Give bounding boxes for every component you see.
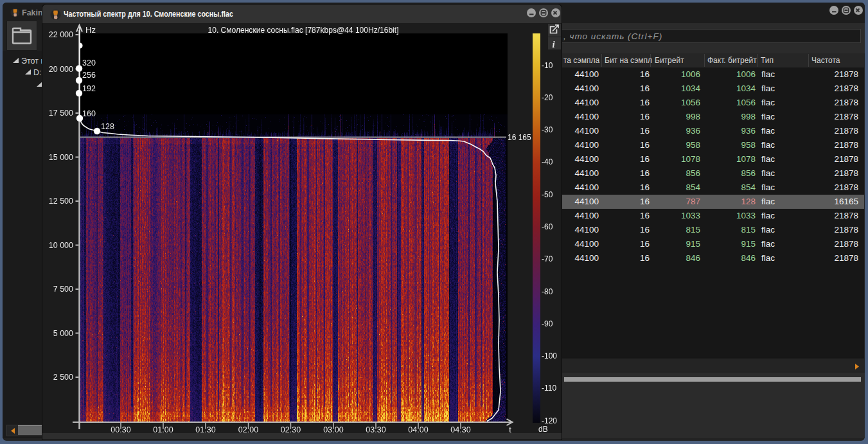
- svg-text:03:00: 03:00: [323, 425, 343, 434]
- svg-text:-90: -90: [542, 319, 553, 328]
- svg-text:-10: -10: [542, 61, 553, 70]
- svg-text:-70: -70: [542, 254, 553, 263]
- svg-text:01:30: 01:30: [195, 425, 215, 434]
- svg-text:192: 192: [82, 84, 96, 93]
- svg-text:12 500: 12 500: [49, 197, 73, 206]
- svg-text:-50: -50: [542, 190, 553, 199]
- svg-text:t: t: [509, 425, 511, 434]
- svg-text:04:30: 04:30: [450, 425, 470, 434]
- svg-text:16 165: 16 165: [508, 133, 531, 142]
- svg-text:-110: -110: [542, 384, 556, 393]
- svg-text:00:30: 00:30: [111, 425, 130, 434]
- svg-text:128: 128: [101, 122, 114, 131]
- svg-text:03:30: 03:30: [366, 425, 385, 434]
- svg-text:-30: -30: [542, 125, 553, 134]
- svg-text:Hz: Hz: [85, 25, 96, 35]
- svg-text:-120: -120: [542, 416, 557, 425]
- svg-text:256: 256: [82, 71, 96, 80]
- svg-text:320: 320: [82, 58, 96, 67]
- svg-text:22 000: 22 000: [49, 30, 73, 39]
- svg-text:10 000: 10 000: [49, 241, 73, 250]
- svg-text:2 500: 2 500: [53, 373, 73, 382]
- svg-text:160: 160: [82, 109, 96, 118]
- svg-text:5 000: 5 000: [53, 329, 73, 338]
- svg-text:20 000: 20 000: [49, 65, 73, 74]
- svg-text:02:00: 02:00: [238, 425, 258, 434]
- svg-text:15 000: 15 000: [49, 153, 73, 162]
- svg-text:-60: -60: [542, 222, 553, 231]
- svg-text:7 500: 7 500: [53, 285, 73, 294]
- svg-text:-40: -40: [542, 157, 553, 166]
- svg-text:-100: -100: [542, 351, 557, 360]
- svg-text:17 500: 17 500: [49, 109, 73, 118]
- svg-text:10. Смоленские сосны.flac [787: 10. Смоленские сосны.flac [787kbps@44 10…: [208, 25, 399, 35]
- svg-text:-80: -80: [542, 287, 553, 296]
- svg-text:-20: -20: [542, 93, 553, 102]
- svg-text:04:00: 04:00: [408, 425, 428, 434]
- svg-text:dB: dB: [538, 425, 548, 434]
- svg-text:01:00: 01:00: [153, 425, 173, 434]
- svg-text:02:30: 02:30: [281, 425, 301, 434]
